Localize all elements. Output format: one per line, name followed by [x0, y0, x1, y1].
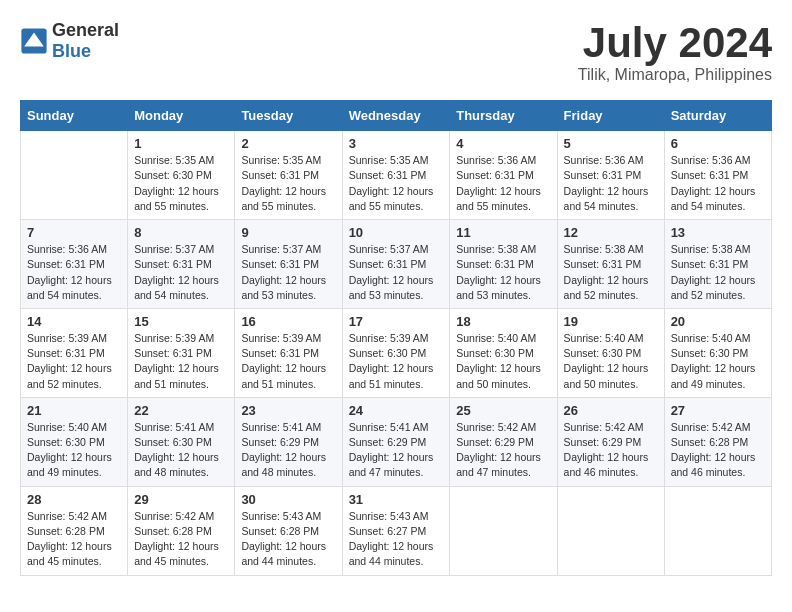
day-info: Sunrise: 5:37 AMSunset: 6:31 PMDaylight:… [241, 242, 335, 303]
calendar-cell: 10Sunrise: 5:37 AMSunset: 6:31 PMDayligh… [342, 220, 450, 309]
weekday-header: Monday [128, 101, 235, 131]
weekday-header: Thursday [450, 101, 557, 131]
day-number: 11 [456, 225, 550, 240]
calendar-cell: 5Sunrise: 5:36 AMSunset: 6:31 PMDaylight… [557, 131, 664, 220]
day-info: Sunrise: 5:39 AMSunset: 6:31 PMDaylight:… [134, 331, 228, 392]
calendar-cell: 7Sunrise: 5:36 AMSunset: 6:31 PMDaylight… [21, 220, 128, 309]
calendar-cell: 13Sunrise: 5:38 AMSunset: 6:31 PMDayligh… [664, 220, 771, 309]
calendar-cell: 17Sunrise: 5:39 AMSunset: 6:30 PMDayligh… [342, 308, 450, 397]
day-number: 24 [349, 403, 444, 418]
day-number: 4 [456, 136, 550, 151]
week-row: 21Sunrise: 5:40 AMSunset: 6:30 PMDayligh… [21, 397, 772, 486]
day-info: Sunrise: 5:37 AMSunset: 6:31 PMDaylight:… [349, 242, 444, 303]
day-info: Sunrise: 5:43 AMSunset: 6:27 PMDaylight:… [349, 509, 444, 570]
day-info: Sunrise: 5:42 AMSunset: 6:28 PMDaylight:… [671, 420, 765, 481]
day-info: Sunrise: 5:42 AMSunset: 6:28 PMDaylight:… [27, 509, 121, 570]
day-info: Sunrise: 5:40 AMSunset: 6:30 PMDaylight:… [671, 331, 765, 392]
week-row: 14Sunrise: 5:39 AMSunset: 6:31 PMDayligh… [21, 308, 772, 397]
day-number: 2 [241, 136, 335, 151]
calendar-cell: 27Sunrise: 5:42 AMSunset: 6:28 PMDayligh… [664, 397, 771, 486]
day-number: 9 [241, 225, 335, 240]
logo-blue: Blue [52, 41, 91, 61]
day-info: Sunrise: 5:35 AMSunset: 6:31 PMDaylight:… [349, 153, 444, 214]
header: General Blue July 2024 Tilik, Mimaropa, … [20, 20, 772, 84]
day-number: 30 [241, 492, 335, 507]
month-title: July 2024 [578, 20, 772, 66]
calendar-cell: 28Sunrise: 5:42 AMSunset: 6:28 PMDayligh… [21, 486, 128, 575]
calendar-cell: 1Sunrise: 5:35 AMSunset: 6:30 PMDaylight… [128, 131, 235, 220]
day-info: Sunrise: 5:42 AMSunset: 6:28 PMDaylight:… [134, 509, 228, 570]
calendar-cell: 23Sunrise: 5:41 AMSunset: 6:29 PMDayligh… [235, 397, 342, 486]
location-title: Tilik, Mimaropa, Philippines [578, 66, 772, 84]
calendar-cell [557, 486, 664, 575]
day-number: 28 [27, 492, 121, 507]
calendar-cell: 6Sunrise: 5:36 AMSunset: 6:31 PMDaylight… [664, 131, 771, 220]
calendar-cell: 18Sunrise: 5:40 AMSunset: 6:30 PMDayligh… [450, 308, 557, 397]
day-number: 12 [564, 225, 658, 240]
calendar-cell: 20Sunrise: 5:40 AMSunset: 6:30 PMDayligh… [664, 308, 771, 397]
calendar-header-row: SundayMondayTuesdayWednesdayThursdayFrid… [21, 101, 772, 131]
day-info: Sunrise: 5:40 AMSunset: 6:30 PMDaylight:… [27, 420, 121, 481]
day-number: 22 [134, 403, 228, 418]
calendar-cell: 2Sunrise: 5:35 AMSunset: 6:31 PMDaylight… [235, 131, 342, 220]
day-number: 26 [564, 403, 658, 418]
calendar-cell: 31Sunrise: 5:43 AMSunset: 6:27 PMDayligh… [342, 486, 450, 575]
day-number: 19 [564, 314, 658, 329]
day-number: 6 [671, 136, 765, 151]
day-number: 31 [349, 492, 444, 507]
calendar-cell: 16Sunrise: 5:39 AMSunset: 6:31 PMDayligh… [235, 308, 342, 397]
calendar-cell: 30Sunrise: 5:43 AMSunset: 6:28 PMDayligh… [235, 486, 342, 575]
day-info: Sunrise: 5:35 AMSunset: 6:31 PMDaylight:… [241, 153, 335, 214]
logo: General Blue [20, 20, 119, 62]
day-info: Sunrise: 5:36 AMSunset: 6:31 PMDaylight:… [456, 153, 550, 214]
calendar-cell: 15Sunrise: 5:39 AMSunset: 6:31 PMDayligh… [128, 308, 235, 397]
day-number: 3 [349, 136, 444, 151]
calendar-cell: 11Sunrise: 5:38 AMSunset: 6:31 PMDayligh… [450, 220, 557, 309]
day-info: Sunrise: 5:42 AMSunset: 6:29 PMDaylight:… [456, 420, 550, 481]
week-row: 28Sunrise: 5:42 AMSunset: 6:28 PMDayligh… [21, 486, 772, 575]
calendar-cell: 3Sunrise: 5:35 AMSunset: 6:31 PMDaylight… [342, 131, 450, 220]
calendar: SundayMondayTuesdayWednesdayThursdayFrid… [20, 100, 772, 575]
weekday-header: Sunday [21, 101, 128, 131]
day-number: 27 [671, 403, 765, 418]
day-info: Sunrise: 5:39 AMSunset: 6:30 PMDaylight:… [349, 331, 444, 392]
day-info: Sunrise: 5:36 AMSunset: 6:31 PMDaylight:… [27, 242, 121, 303]
week-row: 7Sunrise: 5:36 AMSunset: 6:31 PMDaylight… [21, 220, 772, 309]
title-area: July 2024 Tilik, Mimaropa, Philippines [578, 20, 772, 84]
weekday-header: Tuesday [235, 101, 342, 131]
calendar-cell: 21Sunrise: 5:40 AMSunset: 6:30 PMDayligh… [21, 397, 128, 486]
day-info: Sunrise: 5:37 AMSunset: 6:31 PMDaylight:… [134, 242, 228, 303]
logo-general: General [52, 20, 119, 40]
calendar-cell: 8Sunrise: 5:37 AMSunset: 6:31 PMDaylight… [128, 220, 235, 309]
day-info: Sunrise: 5:38 AMSunset: 6:31 PMDaylight:… [456, 242, 550, 303]
day-info: Sunrise: 5:36 AMSunset: 6:31 PMDaylight:… [564, 153, 658, 214]
day-number: 1 [134, 136, 228, 151]
weekday-header: Wednesday [342, 101, 450, 131]
weekday-header: Saturday [664, 101, 771, 131]
week-row: 1Sunrise: 5:35 AMSunset: 6:30 PMDaylight… [21, 131, 772, 220]
calendar-cell: 14Sunrise: 5:39 AMSunset: 6:31 PMDayligh… [21, 308, 128, 397]
day-info: Sunrise: 5:41 AMSunset: 6:30 PMDaylight:… [134, 420, 228, 481]
calendar-cell: 19Sunrise: 5:40 AMSunset: 6:30 PMDayligh… [557, 308, 664, 397]
day-number: 16 [241, 314, 335, 329]
day-info: Sunrise: 5:40 AMSunset: 6:30 PMDaylight:… [456, 331, 550, 392]
day-number: 25 [456, 403, 550, 418]
day-info: Sunrise: 5:35 AMSunset: 6:30 PMDaylight:… [134, 153, 228, 214]
calendar-cell [664, 486, 771, 575]
day-number: 8 [134, 225, 228, 240]
calendar-cell: 29Sunrise: 5:42 AMSunset: 6:28 PMDayligh… [128, 486, 235, 575]
day-number: 7 [27, 225, 121, 240]
day-info: Sunrise: 5:42 AMSunset: 6:29 PMDaylight:… [564, 420, 658, 481]
calendar-cell: 12Sunrise: 5:38 AMSunset: 6:31 PMDayligh… [557, 220, 664, 309]
calendar-cell [450, 486, 557, 575]
day-number: 21 [27, 403, 121, 418]
day-info: Sunrise: 5:36 AMSunset: 6:31 PMDaylight:… [671, 153, 765, 214]
day-info: Sunrise: 5:41 AMSunset: 6:29 PMDaylight:… [241, 420, 335, 481]
day-number: 5 [564, 136, 658, 151]
day-info: Sunrise: 5:39 AMSunset: 6:31 PMDaylight:… [241, 331, 335, 392]
day-info: Sunrise: 5:38 AMSunset: 6:31 PMDaylight:… [564, 242, 658, 303]
calendar-cell: 4Sunrise: 5:36 AMSunset: 6:31 PMDaylight… [450, 131, 557, 220]
calendar-cell: 9Sunrise: 5:37 AMSunset: 6:31 PMDaylight… [235, 220, 342, 309]
day-info: Sunrise: 5:41 AMSunset: 6:29 PMDaylight:… [349, 420, 444, 481]
day-number: 14 [27, 314, 121, 329]
